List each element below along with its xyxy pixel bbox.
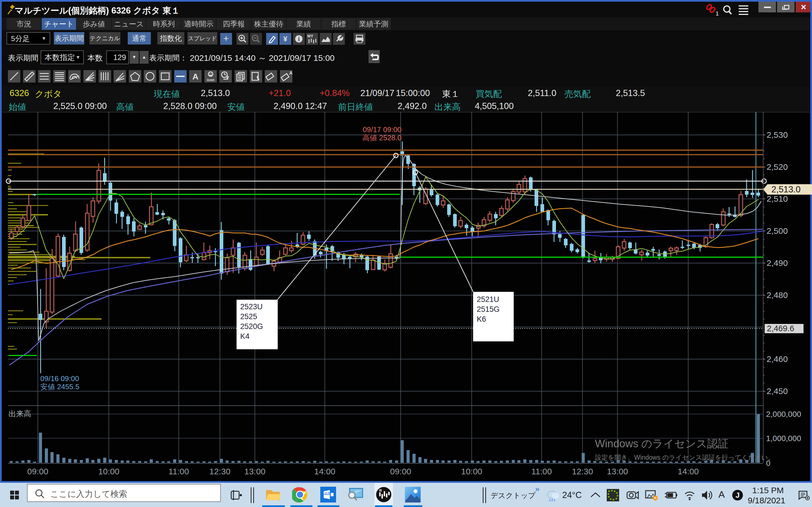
svg-text:icon: icon: [207, 78, 214, 82]
svg-text:12:00: 12:00: [324, 492, 331, 494]
svg-text:MY: MY: [307, 34, 313, 38]
svg-text:R: R: [379, 489, 382, 493]
svg-text:A: A: [289, 71, 292, 75]
svg-text:i: i: [298, 36, 300, 43]
svg-text:A: A: [192, 72, 199, 81]
svg-text:J: J: [735, 491, 740, 499]
svg-text:1: 1: [716, 10, 719, 16]
